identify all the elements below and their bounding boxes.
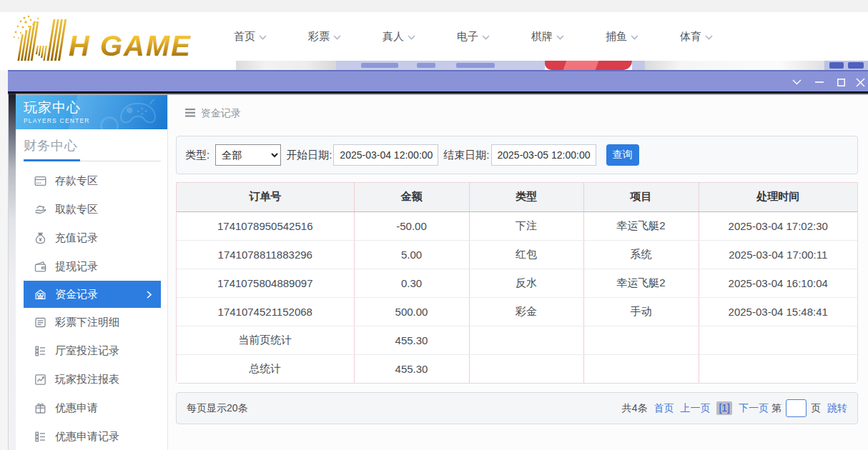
withdraw-hand-icon: [34, 204, 46, 216]
site-logo[interactable]: H GAME: [6, 13, 220, 67]
current-page-chip[interactable]: [1]: [716, 401, 732, 415]
sidebar-item-withdraw-zone[interactable]: 取款专区: [24, 195, 161, 224]
promo-apply-icon: [34, 402, 46, 414]
sidebar-item-promo-apply[interactable]: 优惠申请: [24, 394, 161, 422]
bg-text-fragment: [456, 63, 495, 68]
jump-suffix-label: 页: [811, 402, 821, 415]
sidebar-item-hall-bet-records[interactable]: 厅室投注记录: [24, 336, 161, 365]
collapse-icon[interactable]: [786, 71, 808, 93]
window-titlebar[interactable]: [8, 70, 868, 91]
col-process-time: 处理时间: [699, 183, 857, 211]
sidebar-section-title: 财务中心: [24, 137, 167, 154]
query-button[interactable]: 查询: [606, 144, 639, 166]
window-left-shadow: [8, 91, 16, 450]
col-project: 项目: [583, 183, 699, 211]
sidebar-item-promo-apply-records[interactable]: 优惠申请记录: [24, 422, 161, 450]
col-amount: 金额: [354, 183, 469, 211]
nav-item-sports[interactable]: 体育: [680, 30, 754, 44]
pagination-controls: 共4条 首页 上一页 [1] 下一页 第 页 跳转: [622, 399, 847, 417]
table-row: 1741074521152068500.00彩金手动2025-03-04 15:…: [177, 297, 857, 326]
sidebar: 玩家中心 PLAYERS CENTER: [16, 91, 168, 450]
sidebar-item-deposit-zone[interactable]: 存款专区: [24, 166, 161, 195]
chevron-down-icon: [259, 35, 267, 40]
bg-text-fragment: [361, 63, 398, 68]
jump-page-input[interactable]: [786, 399, 807, 417]
nav-item-fishing[interactable]: 捕鱼: [606, 30, 680, 44]
promo-record-icon: [34, 431, 46, 443]
maximize-icon[interactable]: [830, 71, 852, 93]
logo-bars: [17, 19, 66, 61]
bg-banner-fragment: [632, 61, 645, 70]
filter-panel: 类型: 全部 开始日期: 结束日期: 查询: [176, 136, 858, 174]
pagination-bar: 每页显示20条 共4条 首页 上一页 [1] 下一页 第 页 跳转: [176, 392, 858, 424]
table-body: 1741078950542516-50.00下注幸运飞艇22025-03-04 …: [177, 211, 857, 383]
hall-bet-icon: [34, 345, 46, 357]
chevron-down-icon: [631, 35, 638, 40]
col-type: 类型: [469, 183, 583, 211]
sidebar-section: 财务中心: [16, 129, 167, 161]
jump-prefix-label: 第: [771, 402, 781, 415]
close-icon[interactable]: [852, 71, 868, 93]
next-page-link[interactable]: 下一页: [739, 402, 769, 415]
lottery-detail-icon: [34, 316, 46, 329]
bg-text-fragment: [829, 62, 844, 69]
report-chart-icon: [34, 374, 46, 386]
table-row-grand-total: 总统计455.30: [177, 354, 857, 383]
window-inner-shadow: [8, 91, 868, 95]
main-nav: 首页 彩票 真人 电子 棋牌 捕鱼 体育: [234, 12, 754, 61]
sidebar-item-funds-records[interactable]: 资金记录: [24, 281, 161, 308]
sidebar-item-recharge-records[interactable]: 充值记录: [24, 224, 161, 252]
nav-item-live[interactable]: 真人: [383, 30, 457, 44]
gamepad-icon: [118, 99, 158, 129]
bg-text-fragment: [417, 63, 435, 68]
chevron-right-icon: [147, 291, 152, 299]
nav-item-lottery[interactable]: 彩票: [308, 30, 383, 44]
table-row: 17410788118832965.00红包系统2025-03-04 17:00…: [177, 240, 857, 269]
chevron-down-icon: [705, 35, 713, 40]
start-date-input[interactable]: [333, 144, 438, 166]
total-count: 共4条: [622, 402, 648, 415]
table-row-page-total: 当前页统计455.30: [177, 326, 857, 354]
chevron-down-icon: [482, 35, 490, 40]
sidebar-section-rule: [24, 159, 161, 161]
background-page-strip: [0, 61, 868, 70]
page-title: 资金记录: [201, 107, 241, 120]
bg-card-fragment: [236, 61, 336, 70]
table-row: 17410758048890970.30反水幸运飞艇22025-03-04 16…: [177, 269, 857, 297]
records-table-wrap: 订单号 金额 类型 项目 处理时间 1741078950542516-50.00…: [176, 182, 858, 384]
minimize-icon[interactable]: [808, 71, 830, 93]
sidebar-header: 玩家中心 PLAYERS CENTER: [16, 95, 167, 129]
bg-red-highlight: [563, 61, 599, 70]
table-row: 1741078950542516-50.00下注幸运飞艇22025-03-04 …: [177, 211, 857, 240]
window-controls: [786, 71, 868, 93]
player-center-window: 玩家中心 PLAYERS CENTER: [8, 70, 868, 450]
type-select[interactable]: 全部: [215, 144, 281, 166]
logo-wordmark: H GAME: [69, 30, 192, 61]
col-order-id: 订单号: [177, 183, 354, 211]
sidebar-item-lottery-bet-detail[interactable]: 彩票下注明细: [24, 308, 161, 336]
prev-page-link[interactable]: 上一页: [680, 402, 710, 415]
first-page-link[interactable]: 首页: [654, 402, 674, 415]
site-header: H GAME 首页 彩票 真人 电子 棋牌 捕鱼 体育: [0, 12, 868, 61]
jump-button[interactable]: 跳转: [827, 402, 847, 415]
chevron-down-icon: [556, 35, 564, 40]
main-panel: 资金记录 类型: 全部 开始日期: 结束日期: 查询 订单号 金额: [168, 91, 868, 450]
end-date-input[interactable]: [491, 144, 596, 166]
browser-top-strip: [0, 0, 868, 12]
type-label: 类型:: [185, 149, 209, 162]
window-body: 玩家中心 PLAYERS CENTER: [8, 91, 868, 450]
nav-item-home[interactable]: 首页: [234, 30, 308, 44]
hamburger-icon[interactable]: [185, 107, 195, 120]
sidebar-item-player-bet-report[interactable]: 玩家投注报表: [24, 365, 161, 394]
records-table: 订单号 金额 类型 项目 处理时间 1741078950542516-50.00…: [177, 183, 857, 383]
chevron-down-icon: [333, 35, 341, 40]
page-size-text: 每页显示20条: [187, 402, 248, 415]
bg-text-fragment: [848, 62, 864, 69]
sidebar-item-withdraw-records[interactable]: 提现记录: [24, 252, 161, 281]
bg-card-fragment: [645, 61, 824, 70]
deposit-card-icon: [34, 175, 46, 187]
nav-item-board[interactable]: 棋牌: [531, 30, 606, 44]
moneybag-icon: [34, 232, 46, 244]
sidebar-menu: 存款专区 取款专区 充值记录 提现记录 资金记录: [16, 166, 167, 450]
nav-item-slots[interactable]: 电子: [457, 30, 531, 44]
